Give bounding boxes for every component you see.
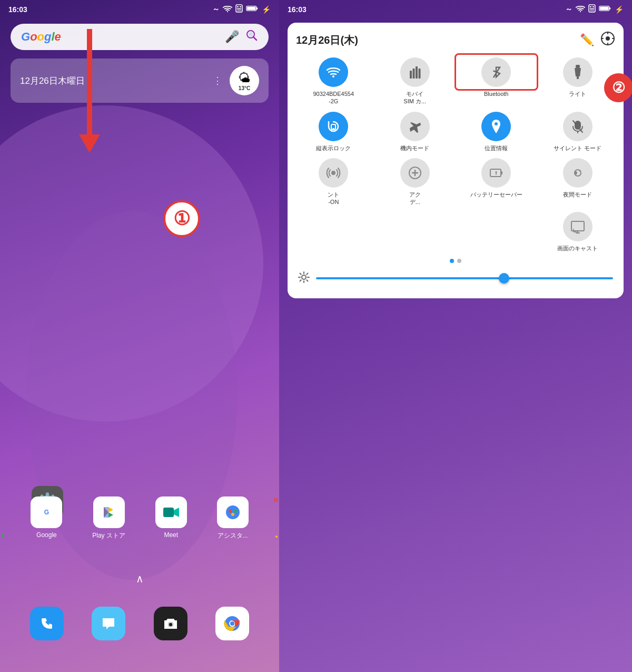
play-app-label: Play ストア (92, 531, 125, 540)
qs-tile-airplane[interactable]: 機内モード (378, 112, 453, 152)
meet-app-icon[interactable] (155, 496, 187, 528)
qs-grid-row2: 縦表示ロック 機内モード 位置情報 (296, 112, 615, 152)
dock-messages[interactable] (92, 607, 125, 640)
weather-badge: 🌤 13°C (230, 66, 259, 95)
dock-chrome[interactable] (215, 607, 249, 640)
svg-line-75 (307, 273, 308, 274)
svg-rect-41 (607, 43, 608, 45)
datasaver-tile-label: アクデ... (409, 191, 421, 206)
quick-settings-panel: 12月26日(木) ✏️ (288, 23, 624, 298)
voice-search-icon[interactable]: 🎤 (225, 30, 239, 44)
qs-tile-cast[interactable]: 画面のキャスト (540, 212, 616, 252)
brightness-thumb[interactable] (499, 273, 509, 284)
instruction-arrow-1 (79, 29, 100, 153)
assistant-app-icon[interactable] (217, 496, 249, 528)
edit-icon[interactable]: ✏️ (580, 33, 594, 47)
svg-point-11 (249, 32, 253, 36)
qs-grid-row3: ント-ON アクデ... (296, 158, 615, 206)
night-mode-tile-icon[interactable] (563, 158, 592, 188)
app-item-google[interactable]: G M A ● Google (31, 496, 62, 540)
svg-point-0 (227, 11, 228, 12)
hotspot-tile-icon[interactable] (319, 158, 348, 188)
play-app-icon[interactable] (93, 496, 125, 528)
date-widget-right: ⋮ 🌤 13°C (213, 66, 259, 95)
silent-tile-label: サイレント モード (554, 144, 601, 152)
lens-search-icon[interactable] (245, 29, 258, 45)
svg-point-19 (226, 505, 240, 519)
airplane-tile-icon[interactable] (400, 112, 430, 141)
assistant-app-label: アシスタ... (218, 531, 248, 540)
dot-2 (457, 259, 461, 263)
dock (0, 607, 279, 640)
svg-point-44 (332, 75, 334, 77)
qs-tile-wifi[interactable]: 90324BDE4554-2G (296, 57, 371, 105)
svg-rect-31 (590, 6, 591, 7)
qs-header-actions: ✏️ (580, 31, 615, 49)
svg-rect-3 (240, 6, 241, 7)
qs-tile-mobile-data[interactable]: モバイSIM カ... (378, 57, 453, 105)
time-left: 16:03 (8, 5, 27, 14)
app-item-play[interactable]: Play ストア (92, 496, 125, 540)
more-options-icon[interactable]: ⋮ (213, 75, 222, 86)
rotation-tile-icon[interactable] (319, 112, 348, 141)
svg-point-22 (231, 513, 234, 516)
mobile-data-tile-icon[interactable] (400, 57, 430, 87)
right-panel: 16:03 ～ (279, 0, 632, 672)
qs-tile-silent[interactable]: サイレント モード (540, 112, 616, 152)
weather-temp: 13°C (239, 85, 250, 91)
wifi-tile-icon[interactable] (319, 57, 348, 87)
svg-point-68 (302, 275, 306, 279)
datasaver-tile-icon[interactable] (400, 158, 430, 188)
svg-rect-7 (256, 7, 258, 9)
app-drawer-chevron[interactable]: ∧ (136, 572, 144, 585)
qs-date: 12月26日(木) (296, 33, 358, 47)
heartbeat-icon-right: ～ (565, 5, 572, 14)
arrow-head (79, 134, 100, 153)
dock-camera[interactable] (154, 607, 187, 640)
status-icons-right: ～ (565, 4, 624, 14)
step-1-badge: ① (163, 200, 200, 237)
svg-rect-42 (601, 38, 604, 39)
rotation-tile-label: 縦表示ロック (316, 144, 351, 152)
qs-tile-hotspot[interactable]: ント-ON (296, 158, 371, 206)
brightness-icon (298, 271, 310, 286)
dot-1 (450, 259, 454, 263)
google-app-icon[interactable]: G M A ● (31, 496, 62, 528)
dock-phone[interactable] (30, 607, 64, 640)
qs-tile-bluetooth[interactable]: Bluetooth (459, 57, 534, 105)
meet-app-label: Meet (164, 531, 178, 539)
heartbeat-icon: ～ (212, 5, 220, 14)
date-label: 12月26日木曜日 (20, 75, 85, 87)
svg-point-63 (579, 170, 581, 172)
wifi-tile-label: 90324BDE4554-2G (313, 90, 354, 105)
location-tile-icon[interactable] (481, 112, 511, 141)
settings-qs-icon[interactable] (600, 31, 615, 49)
qs-tile-night-mode[interactable]: 夜間モード (540, 158, 616, 206)
silent-tile-icon[interactable] (563, 112, 592, 141)
app-item-meet[interactable]: Meet (155, 496, 187, 540)
svg-rect-49 (576, 65, 580, 68)
bluetooth-tile-icon[interactable] (481, 57, 511, 87)
app-item-assistant[interactable]: アシスタ... (217, 496, 249, 540)
svg-rect-4 (237, 8, 241, 9)
svg-line-74 (307, 280, 308, 281)
qs-tile-datasaver[interactable]: アクデ... (378, 158, 453, 206)
brightness-slider[interactable] (316, 277, 613, 279)
svg-rect-45 (410, 71, 412, 79)
svg-rect-2 (237, 6, 239, 7)
svg-point-56 (332, 171, 335, 174)
battery-saver-tile-icon[interactable] (481, 158, 511, 188)
search-bar[interactable]: Google 🎤 (11, 24, 269, 50)
qs-tile-flashlight[interactable]: ライト (540, 57, 616, 105)
google-logo: Google (21, 30, 61, 44)
arrow-body (87, 29, 92, 134)
flashlight-tile-icon[interactable] (563, 57, 592, 87)
qs-tile-battery-saver[interactable]: バッテリーセーバー (459, 158, 534, 206)
google-app-label: Google (36, 531, 57, 539)
cast-tile-icon[interactable] (563, 212, 592, 241)
svg-point-28 (230, 621, 234, 626)
qs-tile-location[interactable]: 位置情報 (459, 112, 534, 152)
svg-point-53 (495, 122, 498, 125)
charging-icon-right: ⚡ (615, 5, 624, 14)
qs-tile-rotation[interactable]: 縦表示ロック (296, 112, 371, 152)
